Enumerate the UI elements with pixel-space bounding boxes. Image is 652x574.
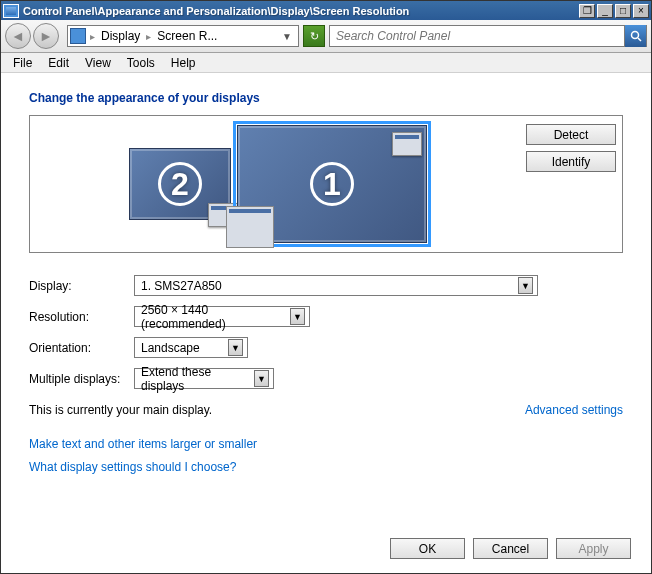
menubar: File Edit View Tools Help bbox=[1, 53, 651, 73]
popup-button[interactable]: ❐ bbox=[579, 4, 595, 18]
link-what-settings[interactable]: What display settings should I choose? bbox=[29, 456, 623, 479]
menu-view[interactable]: View bbox=[77, 54, 119, 72]
chevron-icon[interactable]: ▸ bbox=[144, 31, 153, 42]
forward-button[interactable]: ► bbox=[33, 23, 59, 49]
multiple-displays-value: Extend these displays bbox=[141, 365, 250, 393]
display-select[interactable]: 1. SMS27A850 ▼ bbox=[134, 275, 538, 296]
monitor-1-label: 1 bbox=[310, 162, 354, 206]
menu-help[interactable]: Help bbox=[163, 54, 204, 72]
content: Change the appearance of your displays 2… bbox=[1, 73, 651, 528]
svg-point-0 bbox=[631, 32, 638, 39]
search-input[interactable] bbox=[330, 29, 624, 43]
identify-button[interactable]: Identify bbox=[526, 151, 616, 172]
back-button[interactable]: ◄ bbox=[5, 23, 31, 49]
search-box bbox=[329, 25, 647, 47]
orientation-label: Orientation: bbox=[29, 341, 134, 355]
address-bar[interactable]: ▸ Display ▸ Screen R... ▼ bbox=[67, 25, 299, 47]
window: Control Panel\Appearance and Personaliza… bbox=[0, 0, 652, 574]
apply-button[interactable]: Apply bbox=[556, 538, 631, 559]
monitor-2-label: 2 bbox=[158, 162, 202, 206]
minimize-button[interactable]: _ bbox=[597, 4, 613, 18]
monitor-1-thumb-icon bbox=[392, 132, 422, 156]
menu-edit[interactable]: Edit bbox=[40, 54, 77, 72]
display-arrangement-panel: 2 1 Detect Identify bbox=[29, 115, 623, 253]
resolution-value: 2560 × 1440 (recommended) bbox=[141, 303, 286, 331]
main-display-note: This is currently your main display. bbox=[29, 403, 525, 417]
chevron-down-icon: ▼ bbox=[290, 308, 305, 325]
close-button[interactable]: × bbox=[633, 4, 649, 18]
advanced-settings-link[interactable]: Advanced settings bbox=[525, 403, 623, 417]
multiple-displays-select[interactable]: Extend these displays ▼ bbox=[134, 368, 274, 389]
navbar: ◄ ► ▸ Display ▸ Screen R... ▼ ↻ bbox=[1, 20, 651, 53]
app-icon bbox=[3, 4, 19, 18]
chevron-down-icon: ▼ bbox=[228, 339, 243, 356]
refresh-button[interactable]: ↻ bbox=[303, 25, 325, 47]
svg-line-1 bbox=[638, 38, 641, 41]
display-label: Display: bbox=[29, 279, 134, 293]
link-make-text-larger[interactable]: Make text and other items larger or smal… bbox=[29, 433, 623, 456]
window-title: Control Panel\Appearance and Personaliza… bbox=[23, 5, 577, 17]
address-dropdown-icon[interactable]: ▼ bbox=[278, 31, 296, 42]
maximize-button[interactable]: □ bbox=[615, 4, 631, 18]
monitor-1[interactable]: 1 bbox=[237, 125, 427, 243]
monitors-area[interactable]: 2 1 bbox=[36, 122, 520, 246]
display-value: 1. SMS27A850 bbox=[141, 279, 514, 293]
cancel-button[interactable]: Cancel bbox=[473, 538, 548, 559]
detect-button[interactable]: Detect bbox=[526, 124, 616, 145]
display-icon bbox=[70, 28, 86, 44]
chevron-down-icon: ▼ bbox=[254, 370, 269, 387]
dialog-buttons: OK Cancel Apply bbox=[1, 528, 651, 573]
breadcrumb-screenres[interactable]: Screen R... bbox=[155, 29, 219, 43]
chevron-down-icon: ▼ bbox=[518, 277, 533, 294]
search-button[interactable] bbox=[624, 25, 646, 47]
multiple-displays-label: Multiple displays: bbox=[29, 372, 134, 386]
resolution-select[interactable]: 2560 × 1440 (recommended) ▼ bbox=[134, 306, 310, 327]
note-row: This is currently your main display. Adv… bbox=[29, 403, 623, 417]
search-icon bbox=[630, 30, 642, 42]
monitor-2[interactable]: 2 bbox=[129, 148, 231, 220]
page-heading: Change the appearance of your displays bbox=[29, 91, 623, 105]
menu-tools[interactable]: Tools bbox=[119, 54, 163, 72]
monitor-1-thumb2-icon bbox=[226, 206, 274, 248]
chevron-icon[interactable]: ▸ bbox=[88, 31, 97, 42]
orientation-select[interactable]: Landscape ▼ bbox=[134, 337, 248, 358]
ok-button[interactable]: OK bbox=[390, 538, 465, 559]
orientation-value: Landscape bbox=[141, 341, 224, 355]
menu-file[interactable]: File bbox=[5, 54, 40, 72]
settings-form: Display: 1. SMS27A850 ▼ Resolution: 2560… bbox=[29, 275, 623, 389]
titlebar: Control Panel\Appearance and Personaliza… bbox=[1, 1, 651, 20]
resolution-label: Resolution: bbox=[29, 310, 134, 324]
breadcrumb-display[interactable]: Display bbox=[99, 29, 142, 43]
